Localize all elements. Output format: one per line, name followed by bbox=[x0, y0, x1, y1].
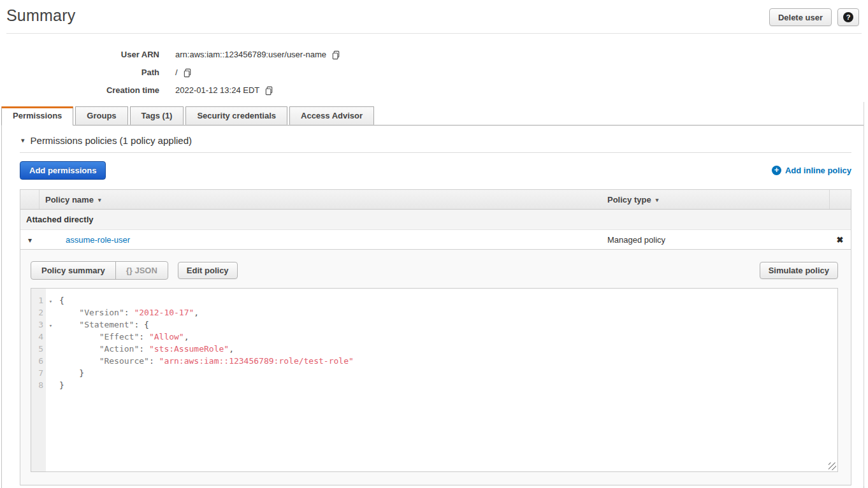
expand-caret-icon: ▾ bbox=[28, 236, 32, 245]
policy-detail-expanded-row: Policy summary {} JSON Edit policy Simul… bbox=[20, 250, 851, 485]
copy-icon[interactable] bbox=[183, 68, 192, 78]
editor-line-number-gutter: 12345678 bbox=[31, 289, 46, 471]
detail-label: User ARN bbox=[0, 50, 159, 59]
expand-column-header bbox=[20, 190, 40, 209]
simulate-policy-button[interactable]: Simulate policy bbox=[760, 262, 838, 279]
section-divider bbox=[20, 152, 851, 153]
code-line: "Resource": "arn:aws:iam::123456789:role… bbox=[59, 355, 837, 367]
policy-view-controls: Policy summary {} JSON Edit policy bbox=[31, 261, 238, 280]
detach-policy-button[interactable]: ✖ bbox=[829, 235, 851, 245]
page-title: Summary bbox=[6, 6, 75, 25]
detail-row: Creation time 2022-01-12 13:24 EDT bbox=[0, 81, 868, 99]
section-title: Permissions policies (1 policy applied) bbox=[31, 135, 192, 146]
sort-caret-icon: ▾ bbox=[98, 197, 101, 203]
code-line: "Effect": "Allow", bbox=[59, 331, 837, 343]
plus-icon: + bbox=[772, 166, 781, 175]
add-inline-policy-link[interactable]: + Add inline policy bbox=[772, 166, 851, 175]
tab-bar: Permissions Groups Tags (1) Security cre… bbox=[0, 106, 868, 125]
policy-detail-toolbar: Policy summary {} JSON Edit policy Simul… bbox=[31, 261, 838, 280]
detail-value: 2022-01-12 13:24 EDT bbox=[175, 85, 274, 96]
tab-permissions[interactable]: Permissions bbox=[1, 106, 73, 126]
copy-icon[interactable] bbox=[331, 50, 341, 60]
editor-fold-column: ▾▾ bbox=[46, 289, 55, 471]
line-number: 5 bbox=[31, 343, 46, 355]
policy-name-link[interactable]: assume-role-user bbox=[66, 235, 130, 245]
detail-label: Creation time bbox=[0, 85, 159, 95]
user-details: User ARN arn:aws:iam::123456789:user/use… bbox=[0, 45, 868, 99]
detail-row: Path / bbox=[0, 63, 868, 81]
policy-type-cell: Managed policy bbox=[601, 235, 829, 245]
add-inline-policy-label: Add inline policy bbox=[785, 166, 851, 175]
policy-view-toggle-group: Policy summary {} JSON bbox=[31, 261, 168, 280]
copy-icon[interactable] bbox=[264, 86, 274, 96]
detail-value: / bbox=[175, 67, 192, 78]
policies-table: Policy name ▾ Policy type ▾ Attached dir… bbox=[20, 189, 851, 485]
page-header: Summary Delete user ? bbox=[0, 0, 868, 26]
help-button[interactable]: ? bbox=[837, 8, 859, 26]
line-number: 3 bbox=[31, 319, 46, 331]
detail-value-text: / bbox=[175, 68, 178, 77]
line-number: 2 bbox=[31, 306, 46, 319]
content-right-border bbox=[864, 102, 864, 486]
code-line: "Action": "sts:AssumeRole", bbox=[59, 343, 837, 355]
policies-table-header: Policy name ▾ Policy type ▾ bbox=[20, 190, 851, 210]
help-icon: ? bbox=[843, 12, 853, 22]
line-number: 8 bbox=[31, 379, 46, 391]
code-line: "Version": "2012-10-17", bbox=[59, 306, 837, 319]
remove-x-icon: ✖ bbox=[837, 235, 844, 245]
detail-value-text: 2022-01-12 13:24 EDT bbox=[175, 85, 259, 95]
code-line: } bbox=[59, 367, 837, 379]
line-number: 7 bbox=[31, 367, 46, 379]
editor-resize-handle[interactable] bbox=[828, 463, 836, 470]
permissions-policies-section-header[interactable]: ▾ Permissions policies (1 policy applied… bbox=[2, 126, 864, 146]
policy-table-row: ▾ assume-role-user Managed policy ✖ bbox=[20, 230, 851, 250]
actions-column-header bbox=[829, 190, 851, 209]
permissions-toolbar: Add permissions + Add inline policy bbox=[20, 161, 851, 180]
policy-name-cell: assume-role-user bbox=[40, 235, 601, 245]
delete-user-button[interactable]: Delete user bbox=[769, 8, 832, 26]
policy-view-toggle[interactable]: Policy summary bbox=[31, 262, 115, 279]
attachment-group-row: Attached directly bbox=[20, 210, 851, 230]
detail-value: arn:aws:iam::123456789:user/user-name bbox=[175, 49, 341, 60]
detail-value-text: arn:aws:iam::123456789:user/user-name bbox=[175, 50, 326, 59]
line-number: 1 bbox=[31, 294, 46, 306]
policy-type-column-header[interactable]: Policy type ▾ bbox=[601, 190, 829, 209]
header-actions: Delete user ? bbox=[769, 8, 859, 26]
permissions-tab-panel: ▾ Permissions policies (1 policy applied… bbox=[1, 125, 864, 488]
detail-row: User ARN arn:aws:iam::123456789:user/use… bbox=[0, 45, 868, 63]
tab-tags-1[interactable]: Tags (1) bbox=[130, 106, 184, 125]
code-line: "Statement": { bbox=[59, 319, 837, 331]
edit-policy-button[interactable]: Edit policy bbox=[178, 262, 238, 279]
policy-view-toggle[interactable]: {} JSON bbox=[115, 262, 168, 279]
code-line: { bbox=[59, 294, 837, 306]
editor-code-area[interactable]: { "Version": "2012-10-17", "Statement": … bbox=[55, 289, 837, 471]
add-permissions-button[interactable]: Add permissions bbox=[20, 161, 106, 180]
sort-caret-icon: ▾ bbox=[656, 197, 659, 203]
code-line: } bbox=[59, 379, 837, 391]
line-number: 6 bbox=[31, 355, 46, 367]
fold-caret-icon[interactable]: ▾ bbox=[49, 298, 52, 305]
policy-name-column-header[interactable]: Policy name ▾ bbox=[40, 190, 601, 209]
fold-caret-icon[interactable]: ▾ bbox=[49, 322, 52, 329]
tab-access-advisor[interactable]: Access Advisor bbox=[289, 106, 374, 125]
policy-name-header-label: Policy name bbox=[45, 195, 94, 205]
detail-label: Path bbox=[0, 68, 159, 77]
header-divider bbox=[6, 33, 862, 34]
line-number: 4 bbox=[31, 331, 46, 343]
tab-groups[interactable]: Groups bbox=[75, 106, 127, 125]
json-policy-editor[interactable]: 12345678 ▾▾ { "Version": "2012-10-17", "… bbox=[31, 288, 838, 472]
tab-security-credentials[interactable]: Security credentials bbox=[185, 106, 287, 125]
policy-type-header-label: Policy type bbox=[607, 195, 651, 205]
section-collapse-icon: ▾ bbox=[21, 137, 25, 144]
row-expand-toggle[interactable]: ▾ bbox=[20, 235, 40, 245]
